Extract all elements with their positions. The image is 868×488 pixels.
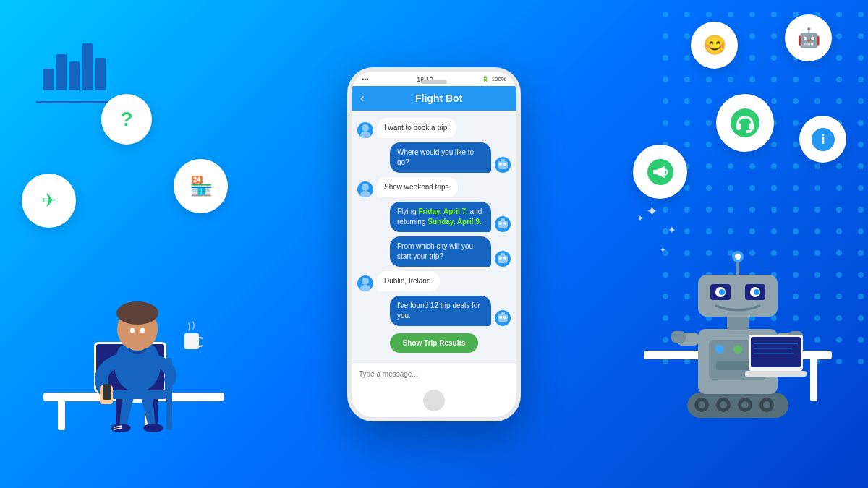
headset-bubble xyxy=(716,94,774,152)
bar-5 xyxy=(95,58,106,90)
store-bubble: 🏪 xyxy=(174,159,228,213)
highlight-date-1: Friday, April 7, xyxy=(418,207,467,215)
message-text-2: Where would you like to go? xyxy=(397,148,474,166)
bot-avatar-7 xyxy=(495,310,511,326)
svg-point-236 xyxy=(503,163,506,166)
bot-avatar-5 xyxy=(495,251,511,267)
user-avatar-1 xyxy=(357,122,373,138)
svg-rect-246 xyxy=(501,253,505,256)
svg-point-242 xyxy=(499,222,502,225)
svg-point-238 xyxy=(362,184,369,191)
svg-rect-256 xyxy=(499,321,506,322)
svg-rect-202 xyxy=(727,314,749,330)
message-text-5: From which city will you start your trip… xyxy=(397,242,473,260)
back-button[interactable]: ‹ xyxy=(360,92,364,105)
chat-body[interactable]: I want to book a trip! Where would you l… xyxy=(352,111,516,364)
sparkle-2: ✦ xyxy=(668,224,676,236)
svg-rect-226 xyxy=(746,130,751,133)
message-text-6: Dublin, Ireland. xyxy=(384,277,433,285)
person-illustration xyxy=(72,257,203,437)
svg-point-208 xyxy=(719,289,725,295)
svg-point-248 xyxy=(503,257,506,260)
robot-illustration xyxy=(665,221,810,423)
svg-point-231 xyxy=(362,124,369,132)
megaphone-bubble xyxy=(633,145,687,199)
message-text-3: Show weekend trips. xyxy=(384,183,451,191)
svg-point-199 xyxy=(733,345,742,354)
svg-text:i: i xyxy=(821,132,825,147)
battery-icon: 🔋 xyxy=(482,76,489,82)
message-bubble-5: From which city will you start your trip… xyxy=(390,236,491,267)
message-row-1: I want to book a trip! xyxy=(357,118,511,138)
svg-point-198 xyxy=(715,345,724,354)
show-trip-results-button[interactable]: Show Trip Results xyxy=(390,333,479,353)
sparkle-4: ✦ xyxy=(660,246,665,254)
info-bubble: i xyxy=(799,116,846,163)
svg-point-223 xyxy=(731,108,760,137)
svg-point-243 xyxy=(503,222,506,225)
plane-bubble: ✈ xyxy=(22,174,76,228)
bar-3 xyxy=(69,61,80,90)
status-bar: ••• 18:10 🔋 100% xyxy=(352,72,516,86)
battery-percent: 100% xyxy=(492,76,506,82)
svg-point-250 xyxy=(362,278,369,285)
svg-rect-234 xyxy=(501,159,505,162)
bar-2 xyxy=(56,54,67,90)
message-row-6: Dublin, Ireland. xyxy=(357,271,511,291)
desk-leg-left xyxy=(58,398,65,430)
bot-avatar-2 xyxy=(495,157,511,173)
svg-rect-177 xyxy=(103,384,111,400)
message-row-5: From which city will you start your trip… xyxy=(357,236,511,267)
message-bubble-1: I want to book a trip! xyxy=(377,118,456,138)
svg-point-254 xyxy=(499,316,502,319)
robot-icon-bubble: 🤖 xyxy=(785,14,832,61)
phone-speaker xyxy=(421,80,447,84)
svg-point-239 xyxy=(360,191,370,197)
svg-rect-253 xyxy=(501,312,505,315)
smile-bubble: 😊 xyxy=(691,22,738,69)
svg-rect-218 xyxy=(751,337,801,367)
bot-avatar-4 xyxy=(495,216,511,232)
bar-1 xyxy=(43,69,54,90)
svg-rect-219 xyxy=(745,371,807,377)
svg-point-195 xyxy=(763,401,770,408)
message-text-7: I've found 12 trip deals for you. xyxy=(397,301,480,320)
svg-point-181 xyxy=(140,328,145,333)
message-bubble-7: I've found 12 trip deals for you. xyxy=(390,296,491,326)
svg-rect-224 xyxy=(736,123,741,130)
svg-point-209 xyxy=(754,289,760,295)
svg-rect-240 xyxy=(498,221,508,228)
svg-rect-237 xyxy=(499,168,506,169)
home-button[interactable] xyxy=(423,390,445,411)
svg-point-212 xyxy=(735,254,741,260)
status-right: 🔋 100% xyxy=(482,76,506,82)
question-bubble: ? xyxy=(101,94,152,145)
right-illustration: ✦ ✦ ✦ ✦ 😊 🤖 i xyxy=(564,0,868,488)
message-bubble-6: Dublin, Ireland. xyxy=(377,271,440,291)
svg-point-251 xyxy=(360,285,370,291)
svg-point-247 xyxy=(499,257,502,260)
svg-point-194 xyxy=(741,401,749,408)
message-input[interactable] xyxy=(359,370,509,378)
message-bubble-3: Show weekend trips. xyxy=(377,177,458,197)
message-bubble-2: Where would you like to go? xyxy=(390,142,491,173)
message-text-1: I want to book a trip! xyxy=(384,124,449,132)
svg-rect-173 xyxy=(166,390,172,430)
svg-rect-186 xyxy=(184,333,199,349)
highlight-date-2: Sunday, April 9. xyxy=(427,218,481,226)
svg-rect-245 xyxy=(498,255,508,262)
svg-point-183 xyxy=(143,424,163,432)
svg-point-235 xyxy=(499,163,502,166)
svg-point-192 xyxy=(698,401,705,408)
svg-rect-233 xyxy=(498,161,508,168)
message-bubble-4: Flying Friday, April 7, and returning Su… xyxy=(390,202,491,232)
svg-rect-214 xyxy=(671,331,686,343)
message-row-3: Show weekend trips. xyxy=(357,177,511,197)
svg-rect-249 xyxy=(499,262,506,263)
sparkle-1: ✦ xyxy=(646,202,658,220)
chat-header: ‹ Flight Bot xyxy=(352,86,516,111)
chart-bars xyxy=(43,43,106,90)
svg-rect-241 xyxy=(501,218,505,221)
message-row-2: Where would you like to go? xyxy=(357,142,511,173)
message-row-4: Flying Friday, April 7, and returning Su… xyxy=(357,202,511,232)
